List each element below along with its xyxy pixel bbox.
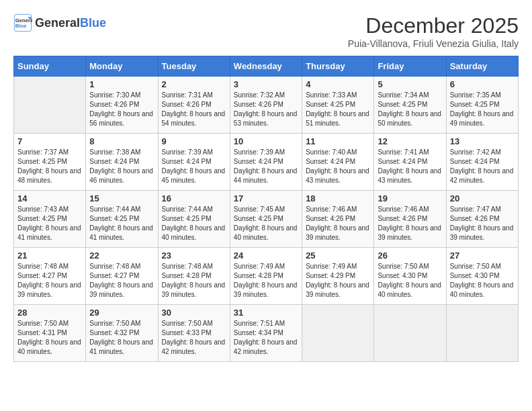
calendar-cell: 17 Sunrise: 7:45 AMSunset: 4:25 PMDaylig… bbox=[230, 191, 302, 248]
day-number: 31 bbox=[234, 308, 298, 318]
calendar-cell: 27 Sunrise: 7:50 AMSunset: 4:30 PMDaylig… bbox=[446, 248, 518, 305]
calendar-cell: 11 Sunrise: 7:40 AMSunset: 4:24 PMDaylig… bbox=[302, 134, 374, 191]
day-number: 18 bbox=[306, 193, 370, 203]
day-number: 11 bbox=[306, 136, 370, 146]
calendar-cell: 24 Sunrise: 7:49 AMSunset: 4:28 PMDaylig… bbox=[230, 248, 302, 305]
page-header: General Blue GeneralBlue December 2025 P… bbox=[13, 13, 519, 49]
day-number: 9 bbox=[162, 136, 226, 146]
header-day-thursday: Thursday bbox=[302, 56, 374, 77]
day-number: 13 bbox=[450, 136, 515, 146]
day-number: 8 bbox=[89, 136, 154, 146]
cell-info: Sunrise: 7:50 AMSunset: 4:33 PMDaylight:… bbox=[162, 320, 226, 355]
logo-text-general: General bbox=[35, 16, 80, 30]
calendar-cell bbox=[374, 305, 446, 362]
cell-info: Sunrise: 7:50 AMSunset: 4:30 PMDaylight:… bbox=[450, 263, 514, 298]
cell-info: Sunrise: 7:43 AMSunset: 4:25 PMDaylight:… bbox=[17, 205, 81, 241]
calendar-cell: 16 Sunrise: 7:44 AMSunset: 4:25 PMDaylig… bbox=[158, 191, 230, 248]
calendar-cell: 30 Sunrise: 7:50 AMSunset: 4:33 PMDaylig… bbox=[158, 305, 230, 362]
header-day-tuesday: Tuesday bbox=[158, 56, 230, 77]
day-number: 25 bbox=[306, 250, 370, 261]
cell-info: Sunrise: 7:37 AMSunset: 4:25 PMDaylight:… bbox=[17, 148, 81, 184]
day-number: 14 bbox=[17, 193, 82, 203]
calendar-cell: 29 Sunrise: 7:50 AMSunset: 4:32 PMDaylig… bbox=[86, 305, 158, 362]
day-number: 21 bbox=[17, 250, 82, 261]
calendar-cell: 10 Sunrise: 7:39 AMSunset: 4:24 PMDaylig… bbox=[230, 134, 302, 191]
cell-info: Sunrise: 7:38 AMSunset: 4:24 PMDaylight:… bbox=[89, 148, 153, 184]
cell-info: Sunrise: 7:51 AMSunset: 4:34 PMDaylight:… bbox=[234, 320, 298, 355]
calendar-cell: 1 Sunrise: 7:30 AMSunset: 4:26 PMDayligh… bbox=[86, 77, 158, 134]
day-number: 30 bbox=[162, 308, 226, 318]
month-title: December 2025 bbox=[348, 13, 519, 38]
calendar-cell: 23 Sunrise: 7:48 AMSunset: 4:28 PMDaylig… bbox=[158, 248, 230, 305]
cell-info: Sunrise: 7:44 AMSunset: 4:25 PMDaylight:… bbox=[162, 205, 226, 241]
cell-info: Sunrise: 7:41 AMSunset: 4:24 PMDaylight:… bbox=[378, 148, 441, 184]
calendar-body: 1 Sunrise: 7:30 AMSunset: 4:26 PMDayligh… bbox=[14, 77, 519, 362]
header-day-saturday: Saturday bbox=[446, 56, 518, 77]
day-number: 26 bbox=[378, 250, 442, 261]
header-day-wednesday: Wednesday bbox=[230, 56, 302, 77]
week-row-1: 1 Sunrise: 7:30 AMSunset: 4:26 PMDayligh… bbox=[14, 77, 519, 134]
cell-info: Sunrise: 7:50 AMSunset: 4:32 PMDaylight:… bbox=[89, 320, 153, 355]
day-number: 5 bbox=[378, 79, 442, 89]
day-number: 15 bbox=[89, 193, 154, 203]
day-number: 7 bbox=[17, 136, 82, 146]
location-title: Puia-Villanova, Friuli Venezia Giulia, I… bbox=[348, 38, 519, 49]
header-row: SundayMondayTuesdayWednesdayThursdayFrid… bbox=[14, 56, 519, 77]
calendar-cell: 13 Sunrise: 7:42 AMSunset: 4:24 PMDaylig… bbox=[446, 134, 518, 191]
cell-info: Sunrise: 7:50 AMSunset: 4:30 PMDaylight:… bbox=[378, 263, 441, 298]
day-number: 3 bbox=[234, 79, 298, 89]
day-number: 6 bbox=[450, 79, 515, 89]
cell-info: Sunrise: 7:40 AMSunset: 4:24 PMDaylight:… bbox=[306, 148, 369, 184]
cell-info: Sunrise: 7:48 AMSunset: 4:27 PMDaylight:… bbox=[89, 263, 153, 298]
day-number: 10 bbox=[234, 136, 298, 146]
calendar-cell: 20 Sunrise: 7:47 AMSunset: 4:26 PMDaylig… bbox=[446, 191, 518, 248]
calendar-cell: 14 Sunrise: 7:43 AMSunset: 4:25 PMDaylig… bbox=[14, 191, 86, 248]
day-number: 24 bbox=[234, 250, 298, 261]
cell-info: Sunrise: 7:32 AMSunset: 4:26 PMDaylight:… bbox=[234, 91, 298, 127]
week-row-3: 14 Sunrise: 7:43 AMSunset: 4:25 PMDaylig… bbox=[14, 191, 519, 248]
day-number: 23 bbox=[162, 250, 226, 261]
calendar-cell bbox=[302, 305, 374, 362]
calendar-cell: 2 Sunrise: 7:31 AMSunset: 4:26 PMDayligh… bbox=[158, 77, 230, 134]
day-number: 1 bbox=[89, 79, 154, 89]
day-number: 27 bbox=[450, 250, 515, 261]
day-number: 17 bbox=[234, 193, 298, 203]
calendar-cell: 4 Sunrise: 7:33 AMSunset: 4:25 PMDayligh… bbox=[302, 77, 374, 134]
calendar-cell: 19 Sunrise: 7:46 AMSunset: 4:26 PMDaylig… bbox=[374, 191, 446, 248]
calendar-cell: 5 Sunrise: 7:34 AMSunset: 4:25 PMDayligh… bbox=[374, 77, 446, 134]
cell-info: Sunrise: 7:31 AMSunset: 4:26 PMDaylight:… bbox=[162, 91, 226, 127]
day-number: 28 bbox=[17, 308, 82, 318]
header-day-monday: Monday bbox=[86, 56, 158, 77]
logo-icon: General Blue bbox=[13, 13, 32, 32]
cell-info: Sunrise: 7:45 AMSunset: 4:25 PMDaylight:… bbox=[234, 205, 298, 241]
day-number: 2 bbox=[162, 79, 226, 89]
cell-info: Sunrise: 7:49 AMSunset: 4:28 PMDaylight:… bbox=[234, 263, 298, 298]
day-number: 20 bbox=[450, 193, 515, 203]
cell-info: Sunrise: 7:46 AMSunset: 4:26 PMDaylight:… bbox=[306, 205, 369, 241]
cell-info: Sunrise: 7:50 AMSunset: 4:31 PMDaylight:… bbox=[17, 320, 81, 355]
day-number: 29 bbox=[89, 308, 154, 318]
cell-info: Sunrise: 7:39 AMSunset: 4:24 PMDaylight:… bbox=[234, 148, 298, 184]
logo-text-blue: Blue bbox=[80, 16, 106, 30]
header-day-friday: Friday bbox=[374, 56, 446, 77]
svg-text:Blue: Blue bbox=[15, 23, 27, 29]
calendar-cell: 25 Sunrise: 7:49 AMSunset: 4:29 PMDaylig… bbox=[302, 248, 374, 305]
title-block: December 2025 Puia-Villanova, Friuli Ven… bbox=[348, 13, 519, 49]
calendar-cell: 7 Sunrise: 7:37 AMSunset: 4:25 PMDayligh… bbox=[14, 134, 86, 191]
calendar-cell: 18 Sunrise: 7:46 AMSunset: 4:26 PMDaylig… bbox=[302, 191, 374, 248]
calendar-cell: 22 Sunrise: 7:48 AMSunset: 4:27 PMDaylig… bbox=[86, 248, 158, 305]
cell-info: Sunrise: 7:44 AMSunset: 4:25 PMDaylight:… bbox=[89, 205, 153, 241]
cell-info: Sunrise: 7:39 AMSunset: 4:24 PMDaylight:… bbox=[162, 148, 226, 184]
cell-info: Sunrise: 7:35 AMSunset: 4:25 PMDaylight:… bbox=[450, 91, 514, 127]
day-number: 19 bbox=[378, 193, 442, 203]
week-row-4: 21 Sunrise: 7:48 AMSunset: 4:27 PMDaylig… bbox=[14, 248, 519, 305]
calendar-cell: 31 Sunrise: 7:51 AMSunset: 4:34 PMDaylig… bbox=[230, 305, 302, 362]
cell-info: Sunrise: 7:48 AMSunset: 4:28 PMDaylight:… bbox=[162, 263, 226, 298]
cell-info: Sunrise: 7:33 AMSunset: 4:25 PMDaylight:… bbox=[306, 91, 369, 127]
cell-info: Sunrise: 7:46 AMSunset: 4:26 PMDaylight:… bbox=[378, 205, 441, 241]
calendar-cell bbox=[446, 305, 518, 362]
calendar-cell: 12 Sunrise: 7:41 AMSunset: 4:24 PMDaylig… bbox=[374, 134, 446, 191]
cell-info: Sunrise: 7:30 AMSunset: 4:26 PMDaylight:… bbox=[89, 91, 153, 127]
calendar-cell: 3 Sunrise: 7:32 AMSunset: 4:26 PMDayligh… bbox=[230, 77, 302, 134]
calendar-cell: 6 Sunrise: 7:35 AMSunset: 4:25 PMDayligh… bbox=[446, 77, 518, 134]
